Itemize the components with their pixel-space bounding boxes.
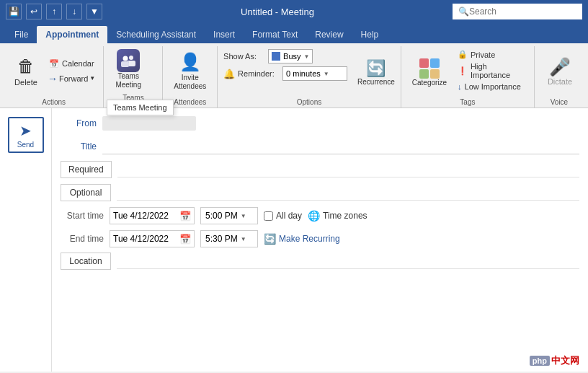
undo-icon[interactable]: ↩ [26,4,42,19]
forward-button[interactable]: → Forward ▼ [45,71,99,86]
make-recurring-link[interactable]: 🔄 Make Recurring [264,233,340,245]
location-row: Location [61,253,579,270]
recurrence-label: Recurrence [357,78,395,86]
calendar-button[interactable]: 📅 Calendar [45,58,99,70]
high-importance-button[interactable]: ❗ High Importance [455,61,528,80]
low-importance-icon: ↓ [458,82,462,91]
teams-meeting-button[interactable]: TeamsMeeting [110,46,147,92]
tab-review[interactable]: Review [306,26,352,43]
high-importance-icon: ❗ [458,66,468,76]
save-icon[interactable]: 💾 [6,4,22,19]
tab-insert[interactable]: Insert [205,26,244,43]
end-date-field[interactable] [113,234,178,244]
start-time-value: 5:00 PM [205,211,238,221]
end-date-input[interactable]: 📅 [110,230,195,247]
title-row: Title [61,137,579,156]
low-importance-button[interactable]: ↓ Low Importance [455,82,528,92]
send-panel: ➤ Send [0,108,52,372]
high-importance-label: High Importance [471,62,525,79]
delete-button[interactable]: 🗑 Delete [10,48,42,95]
teams-label: TeamsMeeting [115,72,141,89]
required-button[interactable]: Required [61,161,112,178]
dictate-label: Dictate [548,77,572,86]
end-time-label: End time [61,234,104,244]
start-calendar-icon[interactable]: 📅 [179,211,191,221]
end-time-row: End time 📅 5:30 PM ▼ 🔄 Make Recurring [61,229,579,248]
dictate-button[interactable]: 🎤 Dictate [540,48,579,95]
show-as-select[interactable]: Busy ▼ [268,49,313,63]
start-time-row: Start time 📅 5:00 PM ▼ All day 🌐 Time zo… [61,206,579,225]
ribbon: 🗑 Delete 📅 Calendar → Forward ▼ Actions [0,43,588,108]
attendees-group: 👤 InviteAttendees Attendees [163,46,218,107]
tags-buttons: Categorize 🔒 Private ❗ High Importance ↓… [407,46,528,97]
recurring-icon: 🔄 [264,233,276,245]
tab-appointment[interactable]: Appointment [37,26,107,43]
optional-button[interactable]: Optional [61,184,111,201]
calendar-label: Calendar [62,59,94,68]
categorize-label: Categorize [412,79,447,87]
search-area: 🔍 [453,4,582,19]
start-time-label: Start time [61,211,104,221]
recurrence-button[interactable]: 🔄 Recurrence [350,49,402,95]
send-button[interactable]: ➤ Send [8,117,44,153]
voice-label: Voice [540,97,578,107]
tab-format-text[interactable]: Format Text [244,26,306,43]
time-zones-link[interactable]: 🌐 Time zones [308,210,368,221]
attendees-label: Attendees [169,97,211,107]
search-box[interactable]: 🔍 [453,4,582,19]
reminder-select[interactable]: 0 minutes ▼ [282,66,347,81]
title-input[interactable] [102,139,579,154]
search-icon: 🔍 [458,6,469,17]
location-input[interactable] [117,253,579,269]
all-day-checkbox[interactable] [264,211,273,221]
show-as-dropdown-icon: ▼ [304,53,310,60]
optional-row: Optional [61,183,579,202]
start-date-input[interactable]: 📅 [110,207,195,224]
watermark-text: 中文网 [551,354,579,367]
reminder-value: 0 minutes [286,69,321,78]
microphone-icon: 🎤 [549,57,571,77]
all-day-label[interactable]: All day [276,211,302,221]
tab-file[interactable]: File [6,26,37,43]
reminder-bell-icon: 🔔 [223,69,235,79]
tab-scheduling[interactable]: Scheduling Assistant [107,26,205,43]
invite-attendees-button[interactable]: 👤 InviteAttendees [169,48,211,95]
teams-buttons: TeamsMeeting [110,46,156,92]
send-label: Send [17,141,34,149]
options-col: Show As: Busy ▼ 🔔 Reminder: 0 minutes ▼ [223,49,347,81]
private-button[interactable]: 🔒 Private [455,49,528,60]
location-button[interactable]: Location [61,253,111,270]
php-label: php [530,356,550,366]
up-icon[interactable]: ↑ [46,4,62,19]
start-time-select[interactable]: 5:00 PM ▼ [200,207,258,224]
actions-group: 🗑 Delete 📅 Calendar → Forward ▼ Actions [4,46,104,107]
invite-icon: 👤 [179,52,201,72]
customize-icon[interactable]: ▼ [86,4,102,19]
svg-rect-4 [121,61,129,67]
tags-label: Tags [407,97,528,107]
end-calendar-icon[interactable]: 📅 [179,234,191,245]
end-time-select[interactable]: 5:30 PM ▼ [200,230,258,247]
lock-icon: 🔒 [458,50,468,59]
required-input[interactable] [117,162,579,177]
content-area: ➤ Send From Title Required Optional Star… [0,108,588,372]
delete-label: Delete [14,78,37,87]
forward-dropdown-icon: ▼ [89,75,95,82]
svg-point-0 [129,56,133,60]
form-area: From Title Required Optional Start time … [52,108,588,372]
title-bar: 💾 ↩ ↑ ↓ ▼ Untitled - Meeting 🔍 [0,0,588,23]
tags-group: Categorize 🔒 Private ❗ High Importance ↓… [401,46,535,107]
tab-help[interactable]: Help [352,26,388,43]
show-as-row: Show As: Busy ▼ [223,49,347,63]
voice-buttons: 🎤 Dictate [540,46,578,97]
title-bar-controls: 💾 ↩ ↑ ↓ ▼ [6,4,102,19]
optional-input[interactable] [117,185,579,201]
end-time-dropdown-icon: ▼ [241,236,246,242]
show-as-value: Busy [283,52,300,61]
end-time-value: 5:30 PM [205,234,238,244]
start-date-field[interactable] [113,211,178,221]
search-input[interactable] [469,6,570,17]
categorize-button[interactable]: Categorize [407,49,452,95]
forward-icon: → [48,73,58,84]
down-icon[interactable]: ↓ [66,4,82,19]
